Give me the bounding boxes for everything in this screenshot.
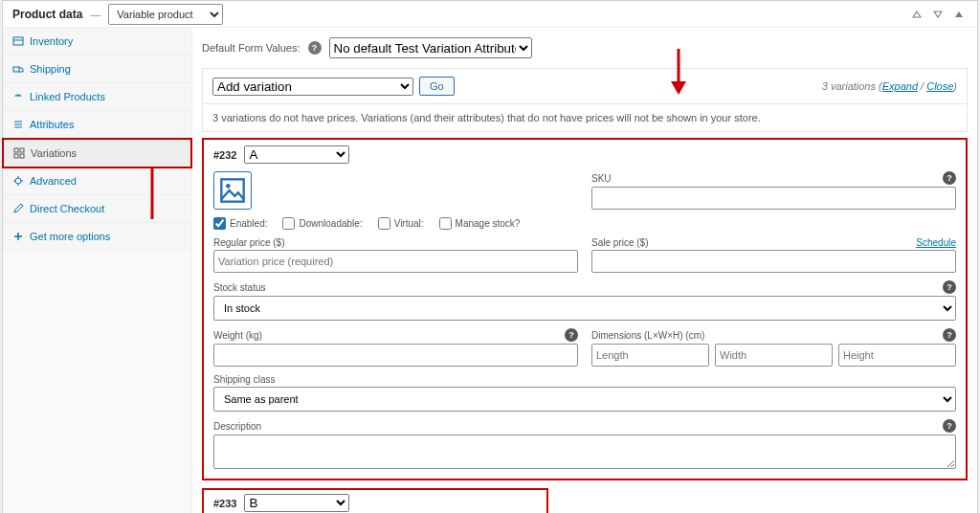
regular-price-label: Regular price ($) bbox=[213, 237, 578, 248]
enabled-checkbox-label[interactable]: Enabled: bbox=[213, 217, 267, 230]
variations-icon bbox=[13, 147, 25, 159]
sidebar-item-label: Advanced bbox=[30, 175, 77, 187]
weight-label: Weight (kg) bbox=[213, 328, 262, 342]
panel-move-up-icon[interactable] bbox=[908, 6, 925, 23]
link-icon bbox=[12, 91, 24, 102]
svg-rect-5 bbox=[20, 154, 24, 158]
variation-attribute-select[interactable]: A bbox=[244, 145, 349, 164]
expand-link[interactable]: Expand bbox=[882, 80, 918, 92]
length-input[interactable] bbox=[591, 344, 709, 367]
gear-icon bbox=[12, 175, 24, 187]
variation-action-select[interactable]: Add variation bbox=[212, 78, 413, 96]
sidebar-item-inventory[interactable]: Inventory bbox=[3, 28, 191, 56]
product-type-select[interactable]: Variable product bbox=[108, 4, 223, 25]
sidebar-item-label: Inventory bbox=[30, 35, 73, 47]
panel-toggle-icon[interactable] bbox=[950, 6, 968, 23]
plus-icon bbox=[12, 231, 24, 242]
attributes-icon bbox=[12, 119, 24, 130]
svg-point-8 bbox=[226, 184, 231, 189]
sidebar-item-label: Direct Checkout bbox=[30, 203, 104, 214]
variation-row-232: #232 A SKU ? bbox=[202, 138, 968, 480]
shipping-class-select[interactable]: Same as parent bbox=[213, 387, 956, 412]
svg-rect-7 bbox=[221, 179, 243, 201]
svg-rect-1 bbox=[13, 67, 19, 72]
pencil-icon bbox=[12, 203, 24, 214]
product-tabs-sidebar: Inventory Shipping Linked Products Attri… bbox=[3, 28, 192, 513]
width-input[interactable] bbox=[715, 344, 833, 367]
variation-id: #233 bbox=[213, 498, 236, 509]
sidebar-item-shipping[interactable]: Shipping bbox=[3, 56, 191, 83]
sidebar-item-linked[interactable]: Linked Products bbox=[3, 83, 191, 111]
panel-title: Product data bbox=[12, 8, 82, 21]
downloadable-checkbox-label[interactable]: Downloadable: bbox=[282, 217, 362, 230]
sale-price-label: Sale price ($) bbox=[591, 237, 648, 248]
sidebar-item-more-options[interactable]: Get more options bbox=[3, 223, 191, 251]
enabled-checkbox[interactable] bbox=[213, 217, 226, 230]
variation-row-233[interactable]: #233 B bbox=[202, 488, 548, 513]
default-form-values-label: Default Form Values: bbox=[202, 42, 301, 54]
virtual-checkbox-label[interactable]: Virtual: bbox=[378, 217, 424, 230]
shipping-icon bbox=[12, 63, 24, 75]
help-icon[interactable]: ? bbox=[943, 280, 956, 294]
manage-stock-checkbox[interactable] bbox=[439, 217, 452, 230]
shipping-class-label: Shipping class bbox=[213, 374, 956, 385]
svg-rect-0 bbox=[13, 37, 23, 45]
sku-label: SKU bbox=[591, 171, 612, 185]
svg-rect-3 bbox=[20, 148, 24, 152]
svg-rect-2 bbox=[14, 148, 18, 152]
go-button[interactable]: Go bbox=[419, 77, 455, 96]
sale-price-input[interactable] bbox=[591, 250, 956, 273]
dimensions-label: Dimensions (L×W×H) (cm) bbox=[591, 328, 704, 342]
weight-input[interactable] bbox=[213, 344, 578, 367]
sidebar-item-label: Shipping bbox=[30, 63, 71, 75]
svg-rect-4 bbox=[14, 154, 18, 158]
sidebar-item-label: Variations bbox=[31, 147, 77, 159]
help-icon[interactable]: ? bbox=[943, 419, 956, 433]
schedule-link[interactable]: Schedule bbox=[916, 237, 956, 248]
sidebar-item-advanced[interactable]: Advanced bbox=[3, 167, 191, 195]
sidebar-item-label: Linked Products bbox=[30, 91, 105, 102]
height-input[interactable] bbox=[838, 344, 956, 367]
stock-status-label: Stock status bbox=[213, 280, 265, 294]
variation-image-placeholder[interactable] bbox=[213, 171, 252, 210]
sidebar-item-label: Get more options bbox=[30, 231, 110, 242]
sidebar-item-attributes[interactable]: Attributes bbox=[3, 111, 191, 139]
close-link[interactable]: Close bbox=[926, 80, 953, 92]
description-label: Description bbox=[213, 419, 261, 433]
description-textarea[interactable] bbox=[213, 435, 956, 469]
variation-id: #232 bbox=[213, 149, 236, 161]
variation-attribute-select[interactable]: B bbox=[244, 494, 349, 512]
virtual-checkbox[interactable] bbox=[378, 217, 390, 230]
regular-price-input[interactable] bbox=[213, 250, 578, 273]
sku-input[interactable] bbox=[591, 187, 956, 210]
panel-move-down-icon[interactable] bbox=[929, 6, 947, 23]
svg-point-6 bbox=[15, 178, 21, 184]
help-icon[interactable]: ? bbox=[565, 328, 578, 342]
inventory-icon bbox=[12, 35, 24, 47]
downloadable-checkbox[interactable] bbox=[282, 217, 295, 230]
default-attribute-select[interactable]: No default Test Variation Attribute… bbox=[329, 37, 532, 58]
variations-count-text: 3 variations (Expand / Close) bbox=[822, 80, 957, 92]
help-icon[interactable]: ? bbox=[943, 328, 956, 342]
sidebar-item-direct-checkout[interactable]: Direct Checkout bbox=[3, 195, 191, 223]
sidebar-item-variations[interactable]: Variations bbox=[2, 138, 192, 168]
price-warning-notice: 3 variations do not have prices. Variati… bbox=[202, 104, 968, 132]
help-icon[interactable]: ? bbox=[308, 41, 322, 55]
manage-stock-checkbox-label[interactable]: Manage stock? bbox=[439, 217, 521, 230]
stock-status-select[interactable]: In stock bbox=[213, 296, 956, 321]
sidebar-item-label: Attributes bbox=[30, 119, 74, 130]
panel-separator: — bbox=[90, 9, 100, 20]
help-icon[interactable]: ? bbox=[943, 171, 956, 185]
